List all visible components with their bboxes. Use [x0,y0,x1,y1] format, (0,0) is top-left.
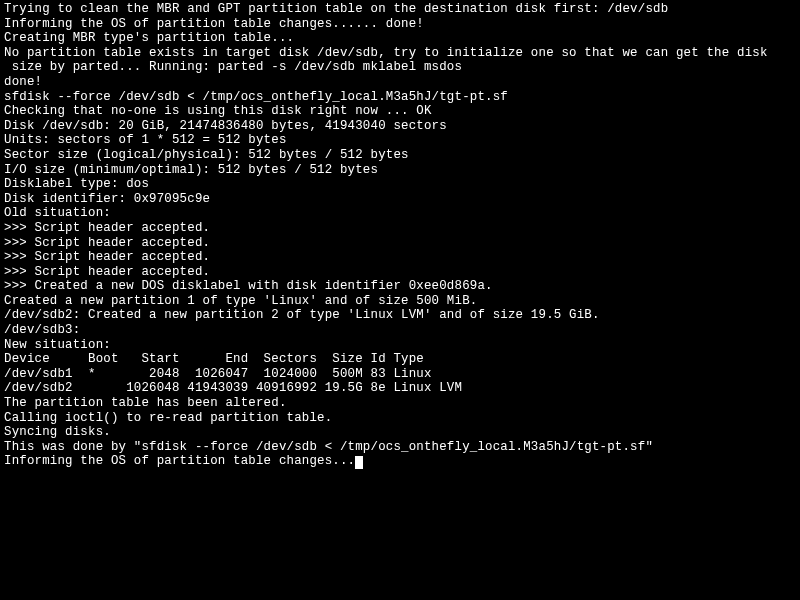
terminal-line: Checking that no-one is using this disk … [4,104,796,119]
terminal-line: done! [4,75,796,90]
terminal-line: >>> Script header accepted. [4,250,796,265]
terminal-line: Units: sectors of 1 * 512 = 512 bytes [4,133,796,148]
terminal-line: sfdisk --force /dev/sdb < /tmp/ocs_onthe… [4,90,796,105]
terminal-line: Sector size (logical/physical): 512 byte… [4,148,796,163]
terminal-line: Created a new partition 1 of type 'Linux… [4,294,796,309]
terminal-line: /dev/sdb2: Created a new partition 2 of … [4,308,796,323]
terminal-line: The partition table has been altered. [4,396,796,411]
cursor-icon [355,456,363,469]
terminal-output: Trying to clean the MBR and GPT partitio… [0,0,800,471]
terminal-line: Disk identifier: 0x97095c9e [4,192,796,207]
terminal-line: >>> Script header accepted. [4,265,796,280]
terminal-line: Informing the OS of partition table chan… [4,454,796,469]
terminal-line: >>> Script header accepted. [4,236,796,251]
terminal-line: /dev/sdb3: [4,323,796,338]
terminal-line: New situation: [4,338,796,353]
terminal-line: Old situation: [4,206,796,221]
terminal-line: No partition table exists in target disk… [4,46,796,61]
terminal-line: Calling ioctl() to re-read partition tab… [4,411,796,426]
terminal-line: Device Boot Start End Sectors Size Id Ty… [4,352,796,367]
terminal-line: size by parted... Running: parted -s /de… [4,60,796,75]
terminal-line: Creating MBR type's partition table... [4,31,796,46]
terminal-line: This was done by "sfdisk --force /dev/sd… [4,440,796,455]
terminal-line: >>> Script header accepted. [4,221,796,236]
terminal-line: Trying to clean the MBR and GPT partitio… [4,2,796,17]
terminal-line: Syncing disks. [4,425,796,440]
terminal-line: >>> Created a new DOS disklabel with dis… [4,279,796,294]
terminal-line: I/O size (minimum/optimal): 512 bytes / … [4,163,796,178]
terminal-line: /dev/sdb2 1026048 41943039 40916992 19.5… [4,381,796,396]
terminal-line: Informing the OS of partition table chan… [4,17,796,32]
terminal-line: /dev/sdb1 * 2048 1026047 1024000 500M 83… [4,367,796,382]
terminal-line: Disk /dev/sdb: 20 GiB, 21474836480 bytes… [4,119,796,134]
terminal-line: Disklabel type: dos [4,177,796,192]
